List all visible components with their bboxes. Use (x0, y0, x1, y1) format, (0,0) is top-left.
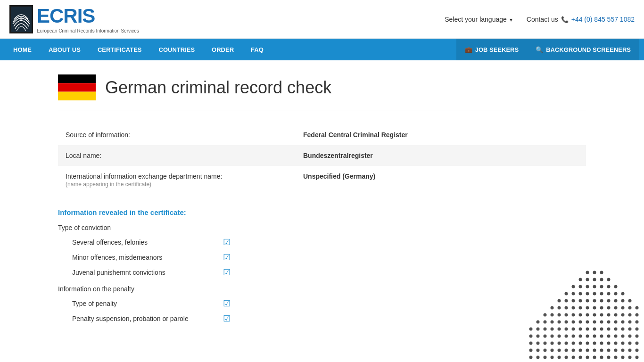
certificate-section: Information revealed in the certificate:… (58, 208, 586, 324)
penalty-item-label-0: Type of penalty (72, 300, 214, 307)
svg-point-67 (636, 313, 639, 317)
svg-point-95 (614, 328, 618, 331)
background-screeners-label: BACKGROUND SCREENERS (546, 46, 631, 53)
svg-point-49 (607, 306, 611, 310)
svg-point-13 (607, 278, 611, 281)
svg-point-81 (628, 321, 632, 324)
checkmark-icon-2: ☑ (223, 267, 231, 278)
brand-tagline: European Criminal Records Information Se… (37, 28, 139, 33)
phone-icon (561, 16, 569, 23)
table-row: International information exchange depar… (58, 166, 586, 194)
logo-area: ECRIS European Criminal Records Informat… (9, 5, 139, 33)
nav-item-faq[interactable]: FAQ (242, 39, 272, 60)
info-value-0: Federal Central Criminal Register (296, 124, 586, 145)
page-title-row: German criminal record check (58, 74, 586, 110)
svg-rect-4 (58, 83, 96, 91)
brand-name: ECRIS (37, 5, 139, 27)
svg-point-65 (621, 313, 625, 317)
briefcase-icon (465, 46, 472, 53)
nav-item-about[interactable]: ABOUT US (40, 39, 89, 60)
checkmark-penalty-icon-0: ☑ (223, 298, 231, 309)
logo-icon (9, 5, 33, 33)
conviction-checkbox-list: Several offences, felonies ☑ Minor offen… (72, 237, 586, 278)
nav-item-countries[interactable]: COUNTRIES (150, 39, 204, 60)
penalty-item-label-1: Penalty suspension, probation or parole (72, 315, 214, 322)
info-label-2: International information exchange depar… (58, 166, 296, 194)
page-title: German criminal record check (105, 78, 331, 98)
penalty-label: Information on the penalty (58, 285, 586, 293)
conviction-item-label-2: Juvenal punishemnt convictions (72, 269, 214, 276)
svg-point-80 (621, 321, 625, 324)
svg-point-79 (614, 321, 618, 324)
nav-item-home[interactable]: HOME (5, 39, 40, 60)
checkmark-icon-1: ☑ (223, 252, 231, 263)
svg-point-20 (614, 285, 618, 288)
conviction-item-label-1: Minor offences, misdemeanors (72, 254, 214, 261)
main-content: German criminal record check Source of i… (39, 60, 605, 346)
svg-point-112 (621, 335, 625, 338)
svg-point-78 (607, 321, 611, 324)
svg-point-98 (636, 328, 639, 331)
svg-point-129 (628, 342, 632, 345)
svg-point-19 (607, 285, 611, 288)
nav-item-order[interactable]: ORDER (203, 39, 242, 60)
svg-point-96 (621, 328, 625, 331)
info-label-0: Source of information: (58, 124, 296, 145)
svg-point-27 (607, 292, 611, 296)
info-value-2: Unspecified (Germany) (296, 166, 586, 194)
svg-point-82 (636, 321, 639, 324)
svg-point-113 (628, 335, 632, 338)
country-flag (58, 74, 96, 100)
conviction-item-label-0: Several offences, felonies (72, 239, 214, 246)
svg-point-39 (621, 299, 625, 303)
checkmark-penalty-icon-1: ☑ (223, 313, 231, 324)
svg-point-111 (614, 335, 618, 338)
contact-us-area: Contact us +44 (0) 845 557 1082 (527, 16, 635, 23)
top-right-area: Select your language Contact us +44 (0) … (445, 16, 635, 23)
svg-rect-3 (58, 74, 96, 83)
svg-point-40 (628, 299, 632, 303)
nav-item-background-screeners[interactable]: BACKGROUND SCREENERS (527, 39, 639, 60)
info-value-1: Bundeszentralregister (296, 145, 586, 166)
svg-point-51 (621, 306, 625, 310)
checkmark-icon-0: ☑ (223, 237, 231, 247)
svg-point-37 (607, 299, 611, 303)
penalty-checkbox-list: Type of penalty ☑ Penalty suspension, pr… (72, 298, 586, 324)
list-item: Type of penalty ☑ (72, 298, 586, 309)
language-chevron-icon (510, 16, 512, 23)
svg-point-50 (614, 306, 618, 310)
svg-point-110 (607, 335, 611, 338)
svg-point-94 (607, 328, 611, 331)
svg-point-63 (607, 313, 611, 317)
nav-right: JOB SEEKERS BACKGROUND SCREENERS (456, 39, 639, 60)
svg-point-38 (614, 299, 618, 303)
svg-point-128 (621, 342, 625, 345)
svg-rect-5 (58, 92, 96, 100)
svg-point-130 (636, 342, 639, 345)
table-row: Local name: Bundeszentralregister (58, 145, 586, 166)
info-sub-label-2: (name appearing in the certificate) (66, 181, 151, 188)
cert-heading: Information revealed in the certificate: (58, 208, 586, 216)
search-icon (536, 46, 543, 53)
svg-point-2 (20, 17, 23, 20)
list-item: Several offences, felonies ☑ (72, 237, 586, 247)
info-label-1: Local name: (58, 145, 296, 166)
svg-point-53 (636, 306, 639, 310)
nav-item-certificates[interactable]: CERTIFICATES (89, 39, 150, 60)
svg-point-66 (628, 313, 632, 317)
list-item: Penalty suspension, probation or parole … (72, 313, 586, 324)
conviction-type-label: Type of conviction (58, 224, 586, 231)
svg-point-28 (614, 292, 618, 296)
table-row: Source of information: Federal Central C… (58, 124, 586, 145)
nav-item-job-seekers[interactable]: JOB SEEKERS (456, 39, 527, 60)
phone-link[interactable]: +44 (0) 845 557 1082 (571, 16, 635, 23)
svg-point-127 (614, 342, 618, 345)
svg-point-114 (636, 335, 639, 338)
info-table: Source of information: Federal Central C… (58, 124, 586, 194)
language-selector[interactable]: Select your language (445, 16, 512, 23)
list-item: Juvenal punishemnt convictions ☑ (72, 267, 586, 278)
list-item: Minor offences, misdemeanors ☑ (72, 252, 586, 263)
top-bar: ECRIS European Criminal Records Informat… (0, 0, 644, 39)
navbar: HOME ABOUT US CERTIFICATES COUNTRIES ORD… (0, 39, 644, 60)
contact-label: Contact us (527, 16, 558, 23)
